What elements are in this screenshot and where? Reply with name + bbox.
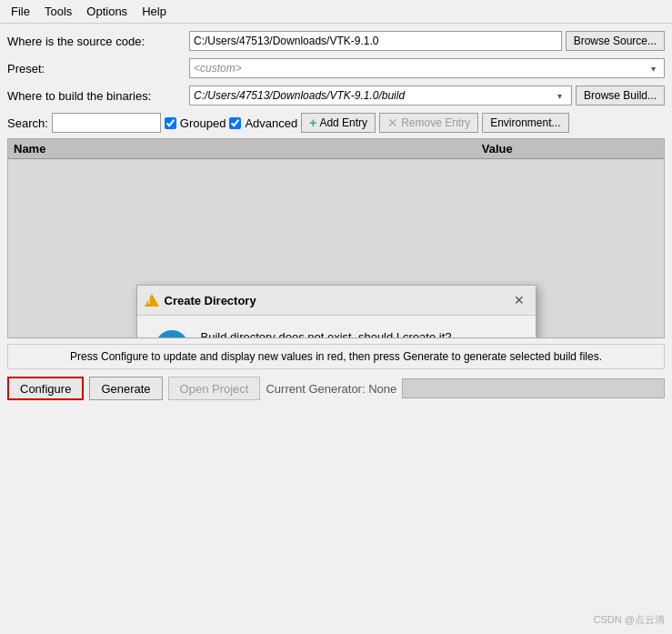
menu-options[interactable]: Options bbox=[79, 3, 135, 20]
add-entry-button[interactable]: + Add Entry bbox=[301, 113, 376, 133]
remove-entry-button[interactable]: ✕ Remove Entry bbox=[379, 113, 478, 133]
menu-help[interactable]: Help bbox=[135, 3, 174, 20]
remove-entry-label: Remove Entry bbox=[401, 116, 470, 129]
open-project-button[interactable]: Open Project bbox=[168, 377, 261, 400]
grouped-checkbox[interactable] bbox=[165, 117, 176, 129]
add-icon: + bbox=[309, 116, 316, 130]
grouped-label: Grouped bbox=[180, 116, 226, 130]
build-combo[interactable]: C:/Users/47513/Downloads/VTK-9.1.0/build… bbox=[189, 86, 572, 106]
build-row: Where to build the binaries: C:/Users/47… bbox=[7, 84, 665, 107]
preset-combo[interactable]: <custom> ▾ bbox=[189, 58, 665, 78]
grouped-checkbox-group: Grouped bbox=[165, 116, 226, 130]
dialog-title-left: Create Directory bbox=[145, 294, 256, 307]
status-bar: Press Configure to update and display ne… bbox=[7, 344, 665, 369]
preset-row: Preset: <custom> ▾ bbox=[7, 56, 665, 80]
menu-file[interactable]: File bbox=[4, 3, 37, 20]
search-row: Search: Grouped Advanced + Add Entry ✕ R… bbox=[7, 111, 665, 135]
browse-build-button[interactable]: Browse Build... bbox=[576, 86, 665, 106]
create-directory-dialog: Create Directory ✕ i Build directory doe… bbox=[136, 285, 537, 338]
warning-icon bbox=[145, 294, 159, 307]
preset-label: Preset: bbox=[7, 62, 189, 75]
source-label: Where is the source code: bbox=[7, 35, 189, 48]
table-area: Name Value Create Directory ✕ i Bui bbox=[7, 138, 665, 338]
info-icon: i bbox=[155, 330, 188, 338]
menubar: File Tools Options Help bbox=[0, 0, 672, 24]
source-input[interactable] bbox=[189, 31, 562, 51]
advanced-label: Advanced bbox=[245, 116, 297, 130]
build-value: C:/Users/47513/Downloads/VTK-9.1.0/build bbox=[194, 89, 553, 102]
environment-button[interactable]: Environment... bbox=[482, 113, 568, 133]
search-label: Search: bbox=[7, 116, 48, 130]
dialog-body: i Build directory does not exist, should… bbox=[137, 316, 536, 338]
advanced-checkbox[interactable] bbox=[229, 117, 241, 129]
modal-overlay: Create Directory ✕ i Build directory doe… bbox=[8, 139, 664, 337]
search-input[interactable] bbox=[52, 113, 161, 133]
add-entry-label: Add Entry bbox=[319, 116, 367, 129]
status-text: Press Configure to update and display ne… bbox=[70, 350, 602, 363]
preset-value: <custom> bbox=[194, 62, 646, 75]
environment-label: Environment... bbox=[490, 116, 560, 129]
main-window: Where is the source code: Browse Source.… bbox=[0, 24, 672, 408]
dialog-message: Build directory does not exist, should I… bbox=[201, 330, 517, 338]
remove-icon: ✕ bbox=[387, 116, 398, 130]
generate-button[interactable]: Generate bbox=[89, 377, 162, 400]
build-arrow-icon: ▾ bbox=[553, 91, 567, 101]
dialog-message-main: Build directory does not exist, should I… bbox=[201, 330, 517, 338]
progress-bar bbox=[402, 378, 665, 398]
watermark: CSDN @点云滴 bbox=[594, 613, 665, 627]
generator-text: Current Generator: None bbox=[266, 382, 396, 396]
dialog-titlebar: Create Directory ✕ bbox=[137, 286, 536, 316]
dialog-title: Create Directory bbox=[165, 294, 256, 307]
menu-tools[interactable]: Tools bbox=[37, 3, 79, 20]
preset-arrow-icon: ▾ bbox=[646, 64, 660, 74]
dialog-close-button[interactable]: ✕ bbox=[510, 291, 528, 309]
configure-button[interactable]: Configure bbox=[7, 377, 84, 400]
bottom-toolbar: Configure Generate Open Project Current … bbox=[7, 375, 665, 402]
source-row: Where is the source code: Browse Source.… bbox=[7, 29, 665, 53]
advanced-checkbox-group: Advanced bbox=[229, 116, 297, 130]
build-label: Where to build the binaries: bbox=[7, 89, 189, 103]
browse-source-button[interactable]: Browse Source... bbox=[566, 31, 665, 51]
